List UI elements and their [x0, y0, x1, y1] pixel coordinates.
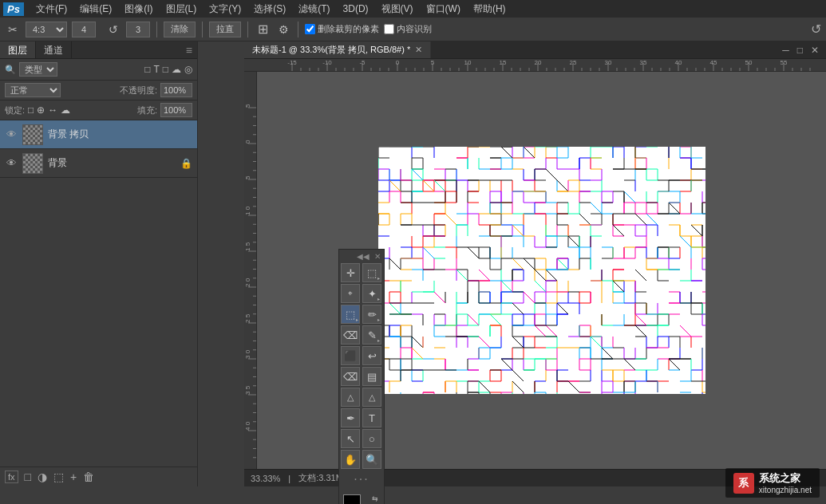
layer-row-copy[interactable]: 👁 背景 拷贝	[0, 120, 197, 149]
layer-eye-bg[interactable]: 👁	[5, 157, 18, 170]
menu-3d[interactable]: 3D(D)	[338, 2, 374, 16]
search-icon: 🔍	[5, 65, 16, 75]
options-bar: ✂ 4:3 16:9 1:1 ↺ 清除 拉直 ⊞ ⚙ 删除裁剪的像素 内容识别 …	[0, 18, 826, 41]
eraser-tool[interactable]: ⌫	[341, 367, 360, 386]
tab-title: 未标题-1 @ 33.3%(背景 拷贝, RGB/8#) *	[252, 44, 410, 56]
quick-select-tool[interactable]: ✦▸	[362, 284, 381, 303]
tools-dots: ···	[354, 469, 369, 490]
fill-input[interactable]	[160, 103, 192, 117]
lock-icon-2[interactable]: ⊕	[37, 104, 45, 116]
blur-tool[interactable]: △	[341, 388, 360, 407]
marquee-tool[interactable]: ⬚▸	[362, 263, 381, 282]
refresh-icon[interactable]: ↺	[811, 22, 821, 37]
lock-icon-4[interactable]: ☁	[61, 104, 70, 116]
tools-header: ◀◀ ✕	[341, 251, 382, 262]
zoom-tool[interactable]: 🔍	[362, 450, 381, 469]
straighten-button[interactable]: 拉直	[209, 22, 241, 37]
hand-tool[interactable]: ✋	[341, 450, 360, 469]
menu-layer[interactable]: 图层(L)	[160, 1, 203, 18]
dodge-tool[interactable]: △	[362, 388, 381, 407]
watermark-text: 系统之家 xitongzhijia.net	[759, 471, 812, 494]
lock-icon-3[interactable]: ↔	[48, 104, 57, 116]
eyedropper-tool[interactable]: ✏▸	[362, 305, 381, 324]
fx-button[interactable]: fx	[5, 471, 18, 483]
menu-edit[interactable]: 编辑(E)	[74, 1, 117, 18]
menu-filter[interactable]: 滤镜(T)	[293, 1, 335, 18]
pen-tool[interactable]: ✒	[341, 408, 360, 427]
crop-tool[interactable]: ⬚▸	[341, 305, 360, 324]
shape-tool[interactable]: ○	[362, 429, 381, 448]
foreground-color[interactable]	[343, 494, 361, 504]
delete-pixels-label[interactable]: 删除裁剪的像素	[305, 23, 379, 35]
text-tool[interactable]: T	[362, 408, 381, 427]
layers-tabs: 图层 通道 ≡	[0, 41, 197, 59]
menu-image[interactable]: 图像(I)	[119, 1, 158, 18]
ratio-height-input[interactable]	[126, 22, 150, 37]
gear-icon[interactable]: ⚙	[275, 22, 291, 37]
layer-row-bg[interactable]: 👁 背景 🔒	[0, 149, 197, 178]
menu-text[interactable]: 文字(Y)	[204, 1, 247, 18]
swap-icon[interactable]: ↺	[105, 22, 121, 37]
menu-file[interactable]: 文件(F)	[30, 1, 73, 18]
color-swap-icon[interactable]: ⇆	[372, 494, 378, 502]
filter-icon-1[interactable]: □	[144, 64, 150, 75]
ruler-v-canvas	[244, 72, 256, 469]
lock-label: 锁定:	[5, 104, 25, 116]
filter-icon-3[interactable]: □	[163, 64, 168, 75]
tools-close-icon[interactable]: ✕	[374, 252, 381, 261]
delete-pixels-checkbox[interactable]	[305, 24, 315, 34]
content-aware-label[interactable]: 内容识别	[384, 23, 432, 35]
tools-collapse-icon[interactable]: ◀◀	[357, 252, 370, 261]
filter-icon-4[interactable]: ☁	[172, 64, 181, 75]
new-group-icon[interactable]: □	[25, 471, 31, 483]
canvas-area: 未标题-1 @ 33.3%(背景 拷贝, RGB/8#) * ✕ ─ □ ✕	[244, 41, 826, 486]
layers-lock-row: 锁定: □ ⊕ ↔ ☁ 填充:	[0, 100, 197, 120]
panel-menu-icon[interactable]: ≡	[181, 41, 197, 58]
adjustment-icon[interactable]: ◑	[38, 471, 47, 483]
menu-window[interactable]: 窗口(W)	[421, 1, 466, 18]
clear-button[interactable]: 清除	[164, 22, 196, 37]
layer-name-copy: 背景 拷贝	[48, 128, 192, 141]
ratio-select[interactable]: 4:3 16:9 1:1	[26, 22, 67, 37]
close-icon[interactable]: ✕	[808, 45, 821, 56]
blend-mode-select[interactable]: 正常	[5, 83, 61, 97]
brush-tool[interactable]: ✎▸	[362, 325, 381, 345]
layer-thumb-copy	[22, 124, 43, 145]
healing-tool[interactable]: ⌫	[341, 325, 360, 345]
filter-toggle[interactable]: ◎	[184, 64, 192, 75]
mask-icon[interactable]: ⬚	[53, 471, 64, 483]
tab-layers[interactable]: 图层	[0, 41, 36, 58]
gradient-tool[interactable]: ▤	[362, 367, 381, 386]
delete-layer-icon[interactable]: 🗑	[83, 471, 94, 483]
tab-channels[interactable]: 通道	[36, 41, 72, 58]
layer-name-bg: 背景	[48, 156, 176, 170]
filter-icon-2[interactable]: T	[153, 64, 159, 75]
menu-select[interactable]: 选择(S)	[248, 1, 291, 18]
history-brush-tool[interactable]: ↩	[362, 346, 381, 365]
restore-icon[interactable]: □	[795, 45, 805, 56]
tab-close-icon[interactable]: ✕	[415, 45, 422, 55]
content-aware-checkbox[interactable]	[384, 24, 394, 34]
menu-view[interactable]: 视图(V)	[376, 1, 419, 18]
grid-icon[interactable]: ⊞	[255, 22, 271, 37]
lasso-tool[interactable]: ⌖	[341, 284, 360, 303]
lock-icon-1[interactable]: □	[28, 104, 34, 116]
color-swatches: ⇆ ⬚	[343, 494, 380, 504]
move-tool[interactable]: ✛	[341, 263, 360, 282]
minimize-icon[interactable]: ─	[780, 45, 792, 56]
new-layer-icon[interactable]: +	[70, 471, 77, 483]
separator-2	[202, 22, 203, 37]
layers-toolbar: 🔍 类型 □ T □ ☁ ◎	[0, 59, 197, 81]
path-select-tool[interactable]: ↖	[341, 429, 360, 448]
ratio-width-input[interactable]	[72, 22, 96, 37]
canvas-tab-main[interactable]: 未标题-1 @ 33.3%(背景 拷贝, RGB/8#) * ✕	[244, 41, 431, 58]
menu-help[interactable]: 帮助(H)	[468, 1, 512, 18]
watermark-logo: 系	[733, 473, 754, 494]
layer-eye-copy[interactable]: 👁	[5, 128, 18, 141]
opacity-input[interactable]	[160, 83, 192, 97]
stamp-tool[interactable]: ⬛	[341, 346, 360, 365]
watermark-url: xitongzhijia.net	[759, 486, 812, 494]
filter-type-select[interactable]: 类型	[19, 62, 57, 77]
status-sep: |	[288, 474, 290, 483]
layers-blend-row: 正常 不透明度:	[0, 81, 197, 100]
